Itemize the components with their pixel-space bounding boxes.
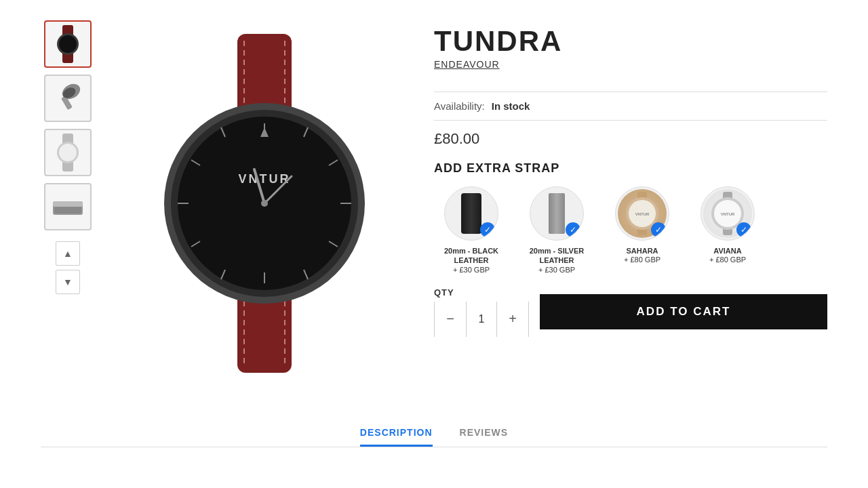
qty-control: − + — [434, 302, 529, 337]
thumb-watch-angle-icon — [47, 78, 88, 119]
strap-circle-aviana: VNTUR ✓ — [701, 186, 755, 241]
strap-circle-black: ✓ — [444, 186, 498, 241]
strap-circle-sahara: VNTUR ✓ — [615, 186, 669, 241]
strap-price-3: + £80 GBP — [624, 256, 660, 264]
svg-text:VNTUR: VNTUR — [635, 212, 650, 216]
svg-rect-12 — [53, 201, 83, 207]
thumbnail-column: ▲ ▼ — [41, 20, 95, 294]
main-watch-icon: VNTUR — [149, 27, 380, 380]
strap-name-1: 20mm - BLACKLEATHER — [444, 246, 498, 266]
qty-label: QTY — [434, 287, 529, 298]
qty-plus-button[interactable]: + — [497, 302, 528, 337]
thumbnail-2[interactable] — [44, 75, 92, 122]
divider-2 — [434, 120, 827, 121]
svg-point-40 — [261, 200, 268, 207]
strap-option-silver[interactable]: ✓ 20mm - SILVERLEATHER + £30 GBP — [519, 186, 594, 274]
thumb-down-button[interactable]: ▼ — [56, 270, 80, 294]
black-strap-icon — [461, 193, 481, 234]
strap-name-3: SAHARA — [626, 246, 658, 256]
qty-section: QTY − + — [434, 287, 529, 337]
tab-reviews[interactable]: REVIEWS — [460, 420, 509, 447]
strap-price-4: + £80 GBP — [709, 256, 746, 264]
main-image-container: VNTUR — [122, 20, 407, 386]
thumbnail-3[interactable] — [44, 129, 92, 176]
strap-option-sahara[interactable]: VNTUR ✓ SAHARA + £80 GBP — [605, 186, 679, 274]
add-to-cart-button[interactable]: ADD TO CART — [540, 294, 827, 329]
availability-value: In stock — [492, 100, 530, 112]
product-tabs: DESCRIPTION REVIEWS — [41, 420, 827, 447]
svg-text:VNTUR: VNTUR — [721, 212, 735, 216]
svg-point-3 — [59, 35, 77, 53]
strap-price-2: + £30 GBP — [538, 266, 575, 274]
divider-1 — [434, 92, 827, 92]
strap-options-container: ✓ 20mm - BLACKLEATHER + £30 GBP ✓ 20mm -… — [434, 186, 827, 274]
thumb-box-icon — [47, 186, 88, 227]
tab-description[interactable]: DESCRIPTION — [360, 420, 433, 447]
silver-strap-icon — [549, 193, 565, 234]
product-title: TUNDRA — [434, 27, 827, 56]
thumbnail-nav: ▲ ▼ — [56, 241, 80, 294]
strap-selected-check-sahara: ✓ — [651, 222, 666, 237]
qty-minus-button[interactable]: − — [435, 302, 466, 337]
strap-option-aviana[interactable]: VNTUR ✓ AVIANA + £80 GBP — [690, 186, 765, 274]
strap-selected-check-aviana: ✓ — [736, 222, 751, 237]
thumb-up-button[interactable]: ▲ — [56, 241, 80, 266]
availability-row: Availability: In stock — [434, 100, 827, 112]
strap-name-4: AVIANA — [713, 246, 741, 256]
strap-price-1: + £30 GBP — [453, 266, 490, 274]
thumb-watch-brown-icon — [47, 24, 88, 64]
product-info: TUNDRA ENDEAVOUR Availability: In stock … — [434, 20, 827, 337]
strap-option-black[interactable]: ✓ 20mm - BLACKLEATHER + £30 GBP — [434, 186, 509, 274]
thumb-watch-silver-icon — [47, 132, 88, 173]
product-price: £80.00 — [434, 130, 827, 148]
qty-input[interactable] — [466, 302, 497, 337]
strap-name-2: 20mm - SILVERLEATHER — [530, 246, 585, 266]
extra-strap-heading: ADD EXTRA STRAP — [434, 161, 827, 176]
product-subtitle-link[interactable]: ENDEAVOUR — [434, 59, 500, 70]
strap-selected-check-silver: ✓ — [566, 222, 580, 237]
svg-rect-13 — [54, 207, 81, 214]
thumbnail-1[interactable] — [44, 20, 92, 68]
availability-label: Availability: — [434, 100, 485, 112]
thumbnail-4[interactable] — [44, 183, 92, 230]
svg-point-10 — [59, 144, 77, 161]
purchase-row: QTY − + ADD TO CART — [434, 287, 827, 337]
strap-selected-check-black: ✓ — [480, 222, 495, 237]
watch-display: VNTUR — [136, 20, 393, 386]
strap-circle-silver: ✓ — [530, 186, 584, 241]
